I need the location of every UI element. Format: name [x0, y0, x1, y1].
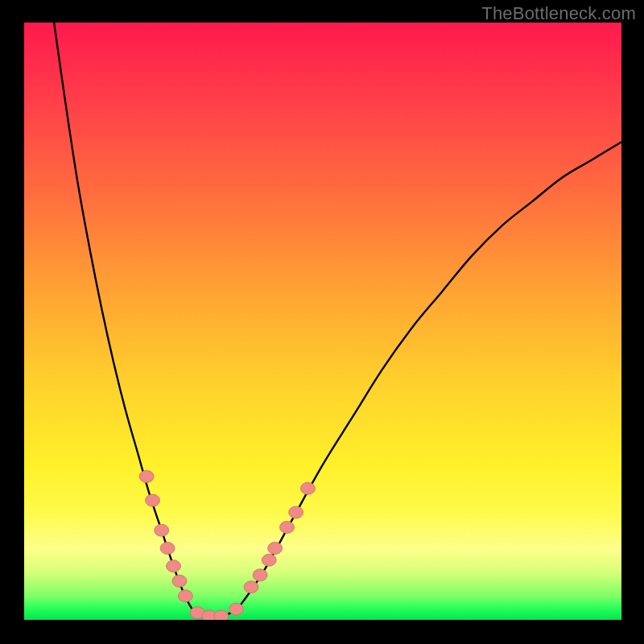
outer-frame: TheBottleneck.com	[0, 0, 644, 644]
chart-plot-area	[24, 23, 621, 620]
data-marker	[279, 521, 294, 533]
marker-layer	[139, 470, 315, 620]
data-marker	[229, 603, 243, 615]
data-marker	[160, 542, 175, 554]
data-marker	[244, 581, 258, 593]
data-marker	[167, 560, 181, 572]
data-marker	[300, 482, 315, 494]
chart-svg	[24, 23, 621, 620]
data-marker	[146, 494, 160, 506]
bottleneck-curve	[54, 23, 621, 617]
data-marker	[214, 610, 229, 620]
data-marker	[268, 542, 283, 554]
watermark-text: TheBottleneck.com	[481, 3, 636, 24]
data-marker	[253, 569, 267, 581]
data-marker	[139, 470, 154, 482]
data-marker	[155, 524, 169, 536]
data-marker	[289, 506, 303, 518]
curve-layer	[54, 23, 621, 617]
data-marker	[178, 590, 192, 602]
data-marker	[172, 575, 187, 587]
data-marker	[262, 554, 276, 566]
